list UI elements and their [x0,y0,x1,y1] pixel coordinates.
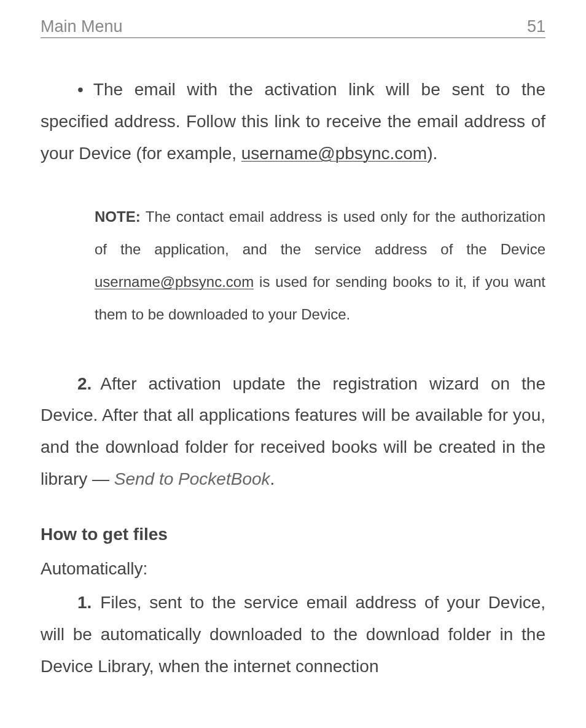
header-title: Main Menu [41,17,123,36]
step-number-2: 2. [77,368,92,400]
mode-automatically: Automatically: [41,553,545,585]
step2-text-2: . [270,469,275,488]
folder-name: Send to PocketBook [114,469,270,488]
step-2-activation: 2.After activation update the registrati… [41,368,545,495]
bullet-text-2: ). [427,144,437,163]
example-email-link: username@pbsync.com [241,144,427,163]
page-content: •The email with the activation link will… [41,74,545,683]
step-number-1: 1. [77,587,92,619]
bullet-activation-email: •The email with the activation link will… [41,74,545,169]
service-email-link: username@pbsync.com [95,273,254,290]
note-label: NOTE: [95,208,141,225]
subheading-how-to-get-files: How to get files [41,519,545,550]
page-header: Main Menu 51 [41,17,545,38]
bullet-marker: • [77,74,84,106]
page-number: 51 [527,17,545,36]
note-text-1: The contact email address is used only f… [95,208,545,257]
step1b-text: Files, sent to the service email address… [41,593,545,676]
step-1-files-sent: 1.Files, sent to the service email addre… [41,587,545,682]
note-block: NOTE: The contact email address is used … [41,201,545,331]
